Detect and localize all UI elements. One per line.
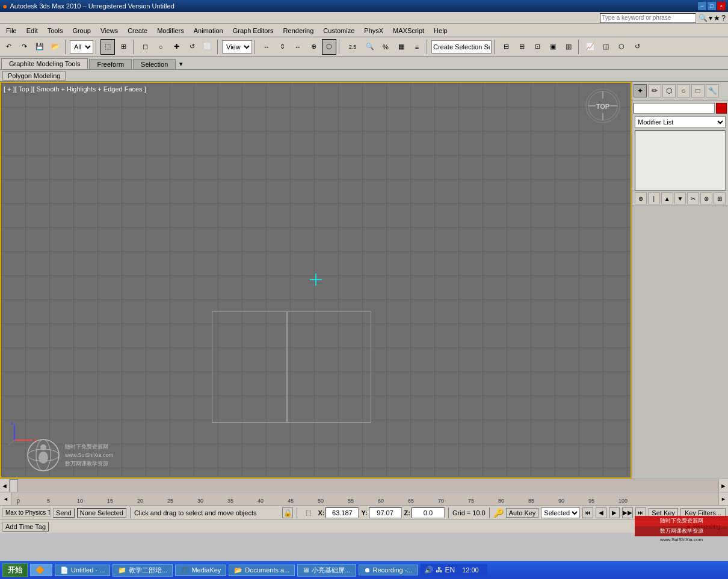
search-icon[interactable]: 🔍 <box>699 14 708 22</box>
x-input[interactable] <box>325 507 359 518</box>
panel-icon-create[interactable]: ✦ <box>634 84 647 97</box>
select-object-btn[interactable]: ◻ <box>138 39 152 55</box>
menu-views[interactable]: Views <box>96 26 123 35</box>
viewport[interactable]: [ + ][ Top ][ Smooth + Highlights + Edge… <box>0 82 632 479</box>
taskbar-mediakey[interactable]: 🎵 MediaKey <box>175 565 226 576</box>
send-btn[interactable]: Send <box>53 508 75 518</box>
play-anim-btn[interactable]: ▶ <box>609 507 620 518</box>
taskbar-tutorial[interactable]: 📁 教学二部培... <box>113 564 173 577</box>
taskbar-screen[interactable]: 🖥 小亮基础屏... <box>297 564 356 577</box>
modifier-search-input[interactable] <box>634 103 715 114</box>
selection-mode-select[interactable]: Selected <box>541 507 580 518</box>
panel-icon-modify[interactable]: ✏ <box>648 84 661 97</box>
title-controls[interactable]: − □ × <box>698 2 726 10</box>
view-select[interactable]: View <box>222 40 252 54</box>
taskbar-recording[interactable]: ⏺ Recording -... <box>359 565 418 575</box>
mod-expand-btn[interactable]: ⊞ <box>714 192 726 204</box>
border-btn[interactable]: ⬜ <box>200 39 215 55</box>
menu-group[interactable]: Group <box>67 26 96 35</box>
modifier-pin-btn[interactable] <box>716 103 727 114</box>
timeline-scroll-right[interactable]: ► <box>718 479 728 492</box>
panel-icon-utilities[interactable]: 🔧 <box>706 84 719 97</box>
undo-action-btn[interactable]: ↺ <box>185 39 199 55</box>
panel-icon-hierarchy[interactable]: ⬡ <box>662 84 676 97</box>
move-physx-btn[interactable]: Max to Physics T▼ <box>2 508 51 517</box>
go-start-btn[interactable]: ⏮ <box>582 507 593 518</box>
modifier-list-area[interactable] <box>635 130 726 191</box>
menu-modifiers[interactable]: Modifiers <box>152 26 189 35</box>
mod-pin-btn[interactable]: ⊕ <box>635 192 647 204</box>
tray-lang[interactable]: EN <box>445 566 455 574</box>
menu-help[interactable]: Help <box>429 26 452 35</box>
zoom-out-btn[interactable]: % <box>378 39 393 55</box>
save-btn[interactable]: 💾 <box>32 39 47 55</box>
mirror-btn[interactable]: ⬡ <box>322 39 336 55</box>
screen-capture-btn[interactable]: ⬚ <box>301 507 315 518</box>
auto-key-btn[interactable]: Auto Key <box>506 508 539 518</box>
normal-align-btn[interactable]: ▣ <box>546 39 560 55</box>
panel-icon-motion[interactable]: ○ <box>677 84 690 97</box>
timeline-handle[interactable] <box>10 479 18 492</box>
selection-filter-select[interactable]: All <box>70 40 93 54</box>
open-btn[interactable]: 📂 <box>48 39 63 55</box>
align-btn[interactable]: ⊡ <box>530 39 544 55</box>
transform-btn2[interactable]: ⇕ <box>275 39 289 55</box>
zoom-in-btn[interactable]: 🔍 <box>363 39 377 55</box>
modifier-list-select[interactable]: Modifier List <box>635 116 726 128</box>
start-btn[interactable]: 开始 <box>2 563 28 577</box>
mod-config-btn[interactable]: ⊗ <box>700 192 712 204</box>
schematic-btn[interactable]: ◫ <box>599 39 613 55</box>
tray-network[interactable]: 🖧 <box>436 566 443 574</box>
render-btn[interactable]: ↺ <box>630 39 644 55</box>
sub-tab-polygon-modeling[interactable]: Polygon Modeling <box>2 71 66 81</box>
select-cross-btn[interactable]: ✚ <box>169 39 184 55</box>
select-circle-btn[interactable]: ○ <box>153 39 168 55</box>
timeline-track[interactable] <box>10 479 718 492</box>
redo-btn[interactable]: ↷ <box>17 39 31 55</box>
prev-frame-btn[interactable]: ◀ <box>596 507 606 518</box>
menu-create[interactable]: Create <box>123 26 152 35</box>
menu-maxscript[interactable]: MAXScript <box>388 26 429 35</box>
z-input[interactable] <box>412 507 445 518</box>
bookmark-icon[interactable]: ★ <box>714 14 720 22</box>
panel-icon-display[interactable]: □ <box>691 84 705 97</box>
close-btn[interactable]: × <box>717 2 726 10</box>
transform-btn3[interactable]: ↔ <box>291 39 305 55</box>
menu-file[interactable]: File <box>1 26 22 35</box>
help-icon[interactable]: ? <box>721 14 726 22</box>
search-dropdown-icon[interactable]: ▾ <box>709 14 712 22</box>
next-frame-btn[interactable]: ▶▶ <box>622 507 633 518</box>
layer-btn[interactable]: ▥ <box>561 39 576 55</box>
mod-move-up-btn[interactable]: ▲ <box>661 192 673 204</box>
taskbar-untitled[interactable]: 📄 Untitled - ... <box>55 565 110 576</box>
tab-end-btn[interactable]: ▾ <box>177 59 185 69</box>
add-time-tag-btn[interactable]: Add Time Tag <box>2 522 49 532</box>
mirror-copy-btn[interactable]: ⊟ <box>499 39 513 55</box>
search-input[interactable] <box>600 13 696 23</box>
tab-selection[interactable]: Selection <box>133 59 176 69</box>
named-selection-input[interactable] <box>431 40 492 54</box>
menu-tools[interactable]: Tools <box>43 26 68 35</box>
spacing-btn[interactable]: ⊞ <box>514 39 529 55</box>
mod-delete-btn[interactable]: ✂ <box>687 192 699 204</box>
menu-rendering[interactable]: Rendering <box>279 26 319 35</box>
menu-animation[interactable]: Animation <box>189 26 228 35</box>
transform-btn1[interactable]: ↔ <box>259 39 274 55</box>
menu-customize[interactable]: Customize <box>318 26 359 35</box>
ruler-left-ctrl[interactable]: ◄ <box>0 492 12 505</box>
select-region-btn[interactable]: ⊞ <box>116 39 131 55</box>
menu-physx[interactable]: PhysX <box>359 26 388 35</box>
minimize-btn[interactable]: − <box>698 2 706 10</box>
menu-edit[interactable]: Edit <box>22 26 43 35</box>
axis-constraint-btn[interactable]: ≡ <box>410 39 424 55</box>
taskbar-documents[interactable]: 📂 Documents a... <box>229 565 295 576</box>
tab-freeform[interactable]: Freeform <box>89 59 132 69</box>
menu-graph-editors[interactable]: Graph Editors <box>228 26 279 35</box>
mod-sep-btn[interactable]: | <box>648 192 660 204</box>
y-input[interactable] <box>369 507 402 518</box>
frame-all-btn[interactable]: ▦ <box>394 39 409 55</box>
undo-btn[interactable]: ↶ <box>1 39 16 55</box>
tray-audio[interactable]: 🔊 <box>424 566 433 574</box>
maximize-btn[interactable]: □ <box>708 2 716 10</box>
transform-btn4[interactable]: ⊕ <box>306 39 321 55</box>
